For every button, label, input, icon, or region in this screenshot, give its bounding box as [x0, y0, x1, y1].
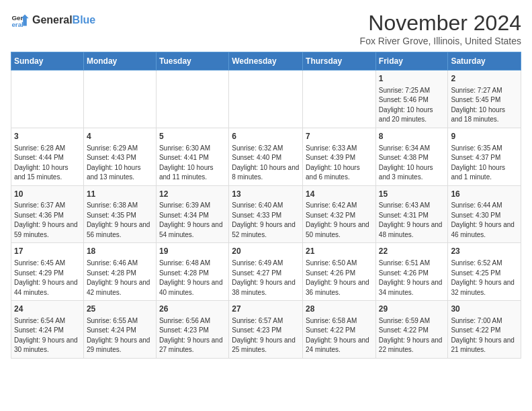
day-number: 8 — [379, 131, 445, 142]
logo-blue: Blue — [73, 14, 96, 26]
day-info: Sunrise: 7:00 AM Sunset: 4:22 PM Dayligh… — [451, 316, 518, 355]
day-info: Sunrise: 6:35 AM Sunset: 4:37 PM Dayligh… — [451, 144, 518, 183]
day-info: Sunrise: 7:27 AM Sunset: 5:45 PM Dayligh… — [451, 86, 518, 125]
day-info: Sunrise: 6:49 AM Sunset: 4:27 PM Dayligh… — [232, 259, 300, 298]
day-info: Sunrise: 6:34 AM Sunset: 4:38 PM Dayligh… — [379, 144, 445, 183]
calendar-cell: 22Sunrise: 6:51 AM Sunset: 4:26 PM Dayli… — [375, 243, 448, 301]
day-header-saturday: Saturday — [448, 52, 521, 71]
day-number: 24 — [14, 304, 81, 315]
day-info: Sunrise: 6:56 AM Sunset: 4:23 PM Dayligh… — [159, 316, 226, 355]
day-info: Sunrise: 6:52 AM Sunset: 4:25 PM Dayligh… — [451, 259, 518, 298]
day-header-monday: Monday — [83, 52, 156, 71]
calendar-cell: 9Sunrise: 6:35 AM Sunset: 4:37 PM Daylig… — [448, 128, 521, 185]
calendar-cell: 3Sunrise: 6:28 AM Sunset: 4:44 PM Daylig… — [11, 128, 84, 185]
day-info: Sunrise: 6:45 AM Sunset: 4:29 PM Dayligh… — [14, 259, 81, 298]
day-number: 17 — [14, 246, 81, 257]
calendar-cell: 2Sunrise: 7:27 AM Sunset: 5:45 PM Daylig… — [448, 71, 521, 128]
day-info: Sunrise: 6:57 AM Sunset: 4:23 PM Dayligh… — [232, 316, 300, 355]
day-info: Sunrise: 7:25 AM Sunset: 5:46 PM Dayligh… — [379, 86, 445, 125]
day-info: Sunrise: 6:58 AM Sunset: 4:22 PM Dayligh… — [306, 316, 373, 355]
calendar-cell — [83, 71, 156, 128]
day-number: 30 — [451, 304, 518, 315]
day-number: 4 — [87, 131, 153, 142]
logo-general: General — [32, 14, 73, 26]
calendar-week-3: 10Sunrise: 6:37 AM Sunset: 4:36 PM Dayli… — [11, 185, 521, 243]
calendar-cell: 13Sunrise: 6:40 AM Sunset: 4:33 PM Dayli… — [229, 185, 303, 243]
day-info: Sunrise: 6:29 AM Sunset: 4:43 PM Dayligh… — [87, 144, 153, 183]
day-number: 20 — [232, 246, 300, 257]
day-number: 26 — [159, 304, 226, 315]
calendar-cell: 17Sunrise: 6:45 AM Sunset: 4:29 PM Dayli… — [11, 243, 84, 301]
day-info: Sunrise: 6:38 AM Sunset: 4:35 PM Dayligh… — [87, 201, 153, 240]
logo: Gen eral GeneralBlue — [11, 11, 95, 30]
day-number: 27 — [232, 304, 300, 315]
calendar-cell: 18Sunrise: 6:46 AM Sunset: 4:28 PM Dayli… — [83, 243, 156, 301]
day-info: Sunrise: 6:55 AM Sunset: 4:24 PM Dayligh… — [87, 316, 153, 355]
calendar-cell: 5Sunrise: 6:30 AM Sunset: 4:41 PM Daylig… — [156, 128, 228, 185]
calendar-cell: 4Sunrise: 6:29 AM Sunset: 4:43 PM Daylig… — [83, 128, 156, 185]
day-number: 25 — [87, 304, 153, 315]
day-number: 5 — [159, 131, 226, 142]
calendar-cell: 11Sunrise: 6:38 AM Sunset: 4:35 PM Dayli… — [83, 185, 156, 243]
svg-text:eral: eral — [11, 21, 24, 28]
day-header-friday: Friday — [375, 52, 448, 71]
calendar-cell: 15Sunrise: 6:43 AM Sunset: 4:31 PM Dayli… — [375, 185, 448, 243]
day-info: Sunrise: 6:54 AM Sunset: 4:24 PM Dayligh… — [14, 316, 81, 355]
calendar-cell — [156, 71, 228, 128]
day-info: Sunrise: 6:40 AM Sunset: 4:33 PM Dayligh… — [232, 201, 300, 240]
calendar-cell: 6Sunrise: 6:32 AM Sunset: 4:40 PM Daylig… — [229, 128, 303, 185]
day-number: 9 — [451, 131, 518, 142]
calendar-week-1: 1Sunrise: 7:25 AM Sunset: 5:46 PM Daylig… — [11, 71, 521, 128]
day-number: 23 — [451, 246, 518, 257]
logo-icon: Gen eral — [11, 11, 30, 30]
day-info: Sunrise: 6:44 AM Sunset: 4:30 PM Dayligh… — [451, 201, 518, 240]
calendar-cell: 27Sunrise: 6:57 AM Sunset: 4:23 PM Dayli… — [229, 301, 303, 359]
day-number: 10 — [14, 189, 81, 200]
day-header-tuesday: Tuesday — [156, 52, 228, 71]
day-info: Sunrise: 6:51 AM Sunset: 4:26 PM Dayligh… — [379, 259, 445, 298]
day-info: Sunrise: 6:39 AM Sunset: 4:34 PM Dayligh… — [159, 201, 226, 240]
calendar-week-4: 17Sunrise: 6:45 AM Sunset: 4:29 PM Dayli… — [11, 243, 521, 301]
day-number: 13 — [232, 189, 300, 200]
day-info: Sunrise: 6:32 AM Sunset: 4:40 PM Dayligh… — [232, 144, 300, 183]
calendar-cell: 21Sunrise: 6:50 AM Sunset: 4:26 PM Dayli… — [303, 243, 376, 301]
calendar-cell: 25Sunrise: 6:55 AM Sunset: 4:24 PM Dayli… — [83, 301, 156, 359]
calendar-cell: 28Sunrise: 6:58 AM Sunset: 4:22 PM Dayli… — [303, 301, 376, 359]
day-number: 28 — [306, 304, 373, 315]
day-info: Sunrise: 6:46 AM Sunset: 4:28 PM Dayligh… — [87, 259, 153, 298]
day-info: Sunrise: 6:33 AM Sunset: 4:39 PM Dayligh… — [306, 144, 373, 183]
day-header-thursday: Thursday — [303, 52, 376, 71]
day-number: 7 — [306, 131, 373, 142]
day-number: 18 — [87, 246, 153, 257]
day-info: Sunrise: 6:42 AM Sunset: 4:32 PM Dayligh… — [306, 201, 373, 240]
calendar-cell — [11, 71, 84, 128]
title-area: November 2024 Fox River Grove, Illinois,… — [360, 11, 521, 46]
calendar-cell: 30Sunrise: 7:00 AM Sunset: 4:22 PM Dayli… — [448, 301, 521, 359]
calendar-cell: 24Sunrise: 6:54 AM Sunset: 4:24 PM Dayli… — [11, 301, 84, 359]
day-info: Sunrise: 6:43 AM Sunset: 4:31 PM Dayligh… — [379, 201, 445, 240]
day-number: 11 — [87, 189, 153, 200]
day-number: 22 — [379, 246, 445, 257]
calendar-cell: 20Sunrise: 6:49 AM Sunset: 4:27 PM Dayli… — [229, 243, 303, 301]
calendar-table: SundayMondayTuesdayWednesdayThursdayFrid… — [11, 52, 521, 359]
main-title: November 2024 — [360, 11, 521, 36]
day-number: 29 — [379, 304, 445, 315]
subtitle: Fox River Grove, Illinois, United States — [360, 36, 521, 46]
calendar-cell: 1Sunrise: 7:25 AM Sunset: 5:46 PM Daylig… — [375, 71, 448, 128]
calendar-cell: 7Sunrise: 6:33 AM Sunset: 4:39 PM Daylig… — [303, 128, 376, 185]
calendar-cell: 26Sunrise: 6:56 AM Sunset: 4:23 PM Dayli… — [156, 301, 228, 359]
day-number: 1 — [379, 73, 445, 85]
day-header-sunday: Sunday — [11, 52, 84, 71]
calendar-cell — [303, 71, 376, 128]
day-number: 6 — [232, 131, 300, 142]
day-number: 12 — [159, 189, 226, 200]
calendar-cell: 10Sunrise: 6:37 AM Sunset: 4:36 PM Dayli… — [11, 185, 84, 243]
day-number: 19 — [159, 246, 226, 257]
calendar-cell: 16Sunrise: 6:44 AM Sunset: 4:30 PM Dayli… — [448, 185, 521, 243]
calendar-header-row: SundayMondayTuesdayWednesdayThursdayFrid… — [11, 52, 521, 71]
day-number: 16 — [451, 189, 518, 200]
day-info: Sunrise: 6:50 AM Sunset: 4:26 PM Dayligh… — [306, 259, 373, 298]
day-number: 15 — [379, 189, 445, 200]
calendar-cell: 12Sunrise: 6:39 AM Sunset: 4:34 PM Dayli… — [156, 185, 228, 243]
day-header-wednesday: Wednesday — [229, 52, 303, 71]
